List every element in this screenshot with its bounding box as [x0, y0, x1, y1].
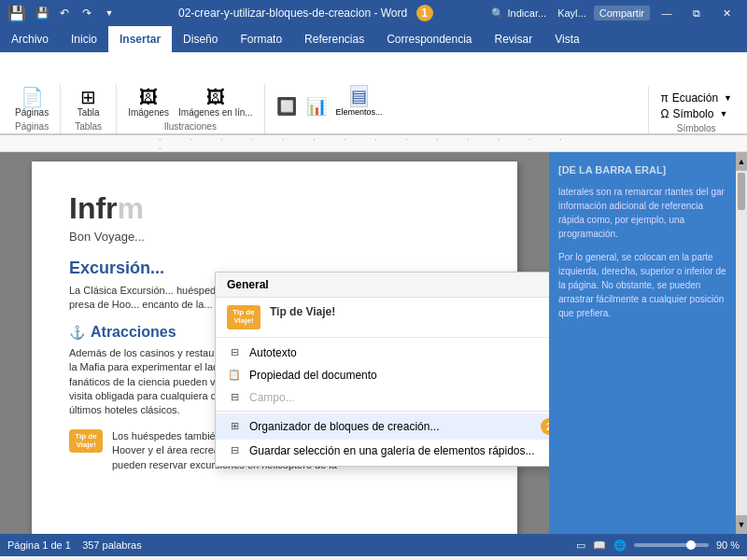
right-sidebar: [DE LA BARRA ERAL] laterales son ra rema… [549, 152, 736, 534]
titlebar-left: 💾 💾 ↶ ↷ ▼ [7, 3, 120, 23]
pages-button[interactable]: 📄 Páginas [11, 86, 52, 119]
redo-button[interactable]: ↷ [77, 3, 97, 23]
sidebar-title: [DE LA BARRA ERAL] [558, 163, 726, 177]
preview-title: Tip de Viaje! [270, 305, 335, 318]
ribbon-group-tables: ⊞ Tabla Tablas [61, 84, 117, 133]
organizador-icon: ⊞ [227, 420, 242, 432]
guardar-icon: ⊟ [227, 444, 242, 456]
autotexto-icon: ⊟ [227, 346, 242, 358]
tab-diseno[interactable]: Diseño [172, 26, 229, 52]
equation-button[interactable]: π Ecuación ▼ [656, 91, 736, 105]
table-icon: ⊞ [80, 88, 96, 106]
quick-access-toolbar: 💾 ↶ ↷ ▼ [32, 3, 120, 23]
page-info: Página 1 de 1 [7, 539, 71, 551]
view-read-icon[interactable]: 📖 [593, 539, 606, 552]
sidebar-para1: laterales son ra remarcar rtantes del ga… [558, 185, 726, 241]
menu-item-autotexto[interactable]: ⊟ Autotexto ▶ [216, 342, 549, 364]
equation-icon: π [660, 91, 668, 105]
tip-badge: Tip deViaje! [69, 429, 103, 454]
images-icon: 🖼 [139, 88, 158, 106]
dropdown-items: ⊟ Autotexto ▶ 📋 Propiedad del documento … [216, 338, 549, 466]
menu-item-campo: ⊟ Campo... [216, 386, 549, 409]
images-button[interactable]: 🖼 Imágenes [124, 86, 173, 119]
quickparts-icon: ▤ [350, 85, 368, 107]
ribbon-btn-quickparts[interactable]: ▤ Elementos... [332, 83, 387, 119]
menu-item-guardar[interactable]: ⊟ Guardar selección en una galería de el… [216, 440, 549, 462]
scroll-up[interactable]: ▲ [736, 152, 747, 171]
document-area: Infrm Bon Voyage... Excursión... La Clás… [0, 152, 549, 534]
tab-correspondencia[interactable]: Correspondencia [375, 26, 483, 52]
ribbon-btn-extra2[interactable]: 📊 [303, 94, 331, 119]
restore-button[interactable]: ⧉ [684, 0, 710, 26]
scroll-thumb[interactable] [738, 173, 745, 210]
word-count: 357 palabras [82, 539, 142, 551]
statusbar-left: Página 1 de 1 357 palabras [7, 539, 142, 551]
preview-badge: Tip deViaje! [227, 305, 261, 329]
symbols-group-label: Símbolos [656, 123, 736, 133]
view-web-icon[interactable]: 🌐 [613, 539, 627, 552]
tab-referencias[interactable]: Referencias [293, 26, 375, 52]
menu-item-propiedad[interactable]: 📋 Propiedad del documento ▶ [216, 364, 549, 386]
ribbon-more-groups: 🔲 📊 ▤ Elementos... [273, 83, 387, 133]
symbol-arrow: ▼ [719, 109, 727, 119]
online-images-icon: 🖼 [206, 88, 225, 106]
tab-formato[interactable]: Formato [229, 26, 293, 52]
doc-title: Infrm [69, 191, 480, 226]
close-button[interactable]: ✕ [713, 0, 740, 26]
titlebar-title: 02-crear-y-utilizar-bloques-de-creacion … [120, 5, 491, 21]
tab-inicio[interactable]: Inicio [60, 26, 108, 52]
tab-revisar[interactable]: Revisar [484, 26, 544, 52]
equation-arrow: ▼ [724, 93, 732, 103]
tab-archivo[interactable]: Archivo [0, 26, 60, 52]
symbol-button[interactable]: Ω Símbolo ▼ [656, 106, 736, 121]
propiedad-label: Propiedad del documento [249, 369, 542, 382]
ribbon-group-symbols: π Ecuación ▼ Ω Símbolo ▼ Símbolos [648, 87, 743, 133]
undo-button[interactable]: ↶ [54, 3, 75, 23]
menu-divider [216, 411, 549, 412]
ribbon-content: 📄 Páginas Páginas ⊞ Tabla Tablas 🖼 Imáge… [0, 52, 747, 134]
menu-item-organizador[interactable]: ⊞ Organizador de bloques de creación... … [216, 413, 549, 440]
campo-icon: ⊟ [227, 391, 242, 403]
dropdown-header: General [216, 273, 549, 298]
ribbon-group-pages: 📄 Páginas Páginas [4, 84, 61, 133]
statusbar-right: ▭ 📖 🌐 90 % [576, 539, 740, 552]
table-button[interactable]: ⊞ Tabla [72, 86, 106, 119]
word-icon: 💾 [7, 5, 26, 22]
scroll-down[interactable]: ▼ [736, 515, 747, 534]
title-badge: 1 [416, 5, 433, 21]
save-button[interactable]: 💾 [32, 3, 52, 23]
document-page: Infrm Bon Voyage... Excursión... La Clás… [32, 161, 517, 534]
tab-insertar[interactable]: Insertar [108, 26, 172, 52]
badge-2: 2 [541, 418, 549, 435]
online-images-button[interactable]: 🖼 Imágenes en lín... [175, 86, 257, 119]
tab-vista[interactable]: Vista [543, 26, 590, 52]
guardar-label: Guardar selección en una galería de elem… [249, 444, 549, 457]
titlebar-right: 🔍 Indicar... Kayl... Compartir — ⧉ ✕ [491, 0, 740, 26]
ruler: · · · · · · · · · · · · · · · [0, 135, 747, 152]
ribbon: Archivo Inicio Insertar Diseño Formato R… [0, 26, 747, 135]
sidebar-para2: Por lo general, se colocan en la parte i… [558, 250, 726, 320]
titlebar: 💾 💾 ↶ ↷ ▼ 02-crear-y-utilizar-bloques-de… [0, 0, 747, 26]
share-button[interactable]: Compartir [594, 6, 650, 21]
extra2-icon: 📊 [306, 96, 327, 117]
main-area: Infrm Bon Voyage... Excursión... La Clás… [0, 152, 747, 534]
scroll-track[interactable] [736, 171, 747, 515]
propiedad-icon: 📋 [227, 369, 242, 381]
omega-icon: Ω [660, 107, 669, 120]
ribbon-tabs: Archivo Inicio Insertar Diseño Formato R… [0, 26, 747, 52]
campo-label: Campo... [249, 391, 549, 404]
view-normal-icon[interactable]: ▭ [576, 539, 585, 552]
pages-icon: 📄 [21, 88, 44, 106]
zoom-level[interactable]: 90 % [716, 539, 740, 551]
zoom-thumb [686, 540, 696, 550]
help-input[interactable]: 🔍 Indicar... [491, 7, 546, 20]
organizador-label: Organizador de bloques de creación... [249, 420, 526, 433]
minimize-button[interactable]: — [654, 0, 680, 26]
user-name: Kayl... [557, 7, 586, 19]
statusbar: Página 1 de 1 357 palabras ▭ 📖 🌐 90 % [0, 534, 747, 556]
customize-button[interactable]: ▼ [99, 3, 120, 23]
vertical-scrollbar[interactable]: ▲ ▼ [736, 152, 747, 534]
ribbon-btn-extra1[interactable]: 🔲 [273, 94, 301, 119]
anchor-icon: ⚓ [69, 325, 85, 340]
zoom-slider[interactable] [634, 543, 709, 547]
